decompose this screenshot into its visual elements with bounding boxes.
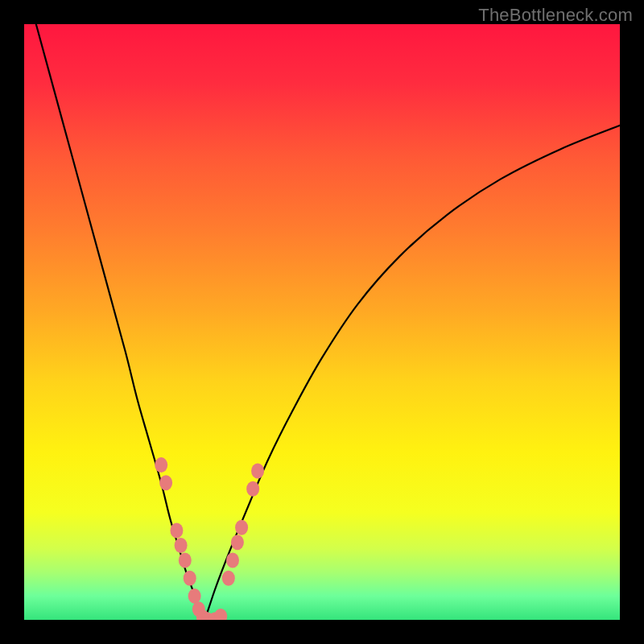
chart-stage: TheBottleneck.com [0,0,644,644]
data-marker [226,553,239,568]
data-marker [188,588,201,604]
data-marker [235,520,248,535]
data-marker [170,523,183,539]
data-marker [231,535,244,550]
curves-layer [24,24,620,620]
data-marker [155,457,167,473]
watermark-text: TheBottleneck.com [478,5,633,26]
right-curve [204,126,620,620]
data-marker [251,464,264,479]
data-marker [246,481,259,497]
data-marker [214,609,227,620]
data-marker [222,571,235,586]
data-marker [179,553,192,568]
data-markers [155,457,264,620]
data-marker [184,571,196,586]
data-marker [175,538,188,553]
data-marker [159,475,172,490]
plot-area [24,24,620,620]
